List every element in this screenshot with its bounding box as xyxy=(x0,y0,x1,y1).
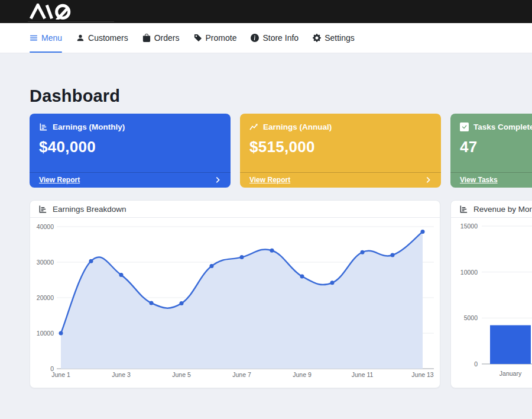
chart-point xyxy=(361,250,365,254)
chart-point xyxy=(150,301,154,305)
stat-card-title: Earnings (Monthly) xyxy=(53,123,125,131)
svg-text:40000: 40000 xyxy=(37,223,54,230)
view-report-link[interactable]: View Report xyxy=(249,176,290,184)
view-report-footer[interactable]: View Report xyxy=(30,172,231,188)
top-black-bar xyxy=(0,0,532,23)
chevron-right-icon xyxy=(214,176,221,183)
stat-card-title: Earnings (Annual) xyxy=(263,123,332,131)
logo-letter-i xyxy=(47,5,51,19)
chart-point xyxy=(330,281,335,285)
nav-item-label: Promote xyxy=(206,33,237,43)
svg-text:June 1: June 1 xyxy=(51,371,70,378)
nav-item-label: Orders xyxy=(154,33,180,43)
svg-text:10000: 10000 xyxy=(37,330,54,337)
check-square-icon xyxy=(460,123,469,131)
bar-chart-icon xyxy=(39,123,48,131)
svg-text:June 5: June 5 xyxy=(172,371,191,378)
view-tasks-link[interactable]: View Tasks xyxy=(460,176,498,184)
tasks-completed-card: Tasks Completed 47 View Tasks xyxy=(450,114,532,188)
svg-text:15000: 15000 xyxy=(460,223,478,230)
chart-point xyxy=(59,331,63,336)
view-tasks-footer[interactable]: View Tasks xyxy=(450,172,532,188)
bar-january xyxy=(490,325,531,364)
chart-point xyxy=(421,230,425,234)
svg-text:June 9: June 9 xyxy=(293,371,312,378)
chart-point xyxy=(210,264,214,268)
stat-cards-row: Earnings (Monthly) $40,000 View Report E… xyxy=(30,114,532,188)
view-report-footer[interactable]: View Report xyxy=(240,172,441,188)
stat-card-body: Tasks Completed 47 xyxy=(450,114,532,172)
line-chart-icon xyxy=(249,123,258,131)
nav-item-customers[interactable]: Customers xyxy=(76,23,128,53)
chart-point xyxy=(300,275,304,279)
chart-point xyxy=(391,253,395,257)
chart-title: Revenue by Month xyxy=(473,205,532,214)
main-navbar: Menu Customers Orders Promote Store Info… xyxy=(0,23,532,53)
svg-text:June 3: June 3 xyxy=(112,371,131,378)
chart-card-header: Earnings Breakdown xyxy=(30,201,440,218)
bar-chart-icon xyxy=(459,205,468,214)
hamburger-icon xyxy=(30,34,38,42)
chart-point xyxy=(270,249,274,253)
bar-chart-icon xyxy=(38,205,47,214)
nav-item-label: Settings xyxy=(325,33,355,43)
nav-item-label: Customers xyxy=(88,33,128,43)
person-icon xyxy=(76,34,85,42)
revenue-by-month-card: Revenue by Month 050001000015000January xyxy=(450,200,532,388)
chart-point xyxy=(240,255,244,259)
chart-point xyxy=(180,301,184,305)
stat-card-body: Earnings (Annual) $515,000 xyxy=(240,114,441,172)
nav-item-orders[interactable]: Orders xyxy=(142,23,180,53)
chart-point xyxy=(119,273,124,277)
nav-item-label: Menu xyxy=(41,33,62,43)
bag-icon xyxy=(142,34,151,42)
dashboard-content: Dashboard Earnings (Monthly) $40,000 Vie… xyxy=(0,86,532,388)
svg-text:10000: 10000 xyxy=(460,269,478,276)
page-title: Dashboard xyxy=(30,86,532,106)
svg-text:0: 0 xyxy=(474,360,478,368)
svg-text:30000: 30000 xyxy=(37,259,54,266)
svg-text:5000: 5000 xyxy=(464,314,478,321)
chart-point xyxy=(89,259,93,263)
earnings-annual-card: Earnings (Annual) $515,000 View Report xyxy=(240,114,441,188)
svg-text:20000: 20000 xyxy=(37,294,54,301)
nav-item-label: Store Info xyxy=(262,33,299,43)
chart-card-header: Revenue by Month xyxy=(451,201,532,218)
chevron-right-icon xyxy=(424,176,432,183)
stat-card-value: $515,000 xyxy=(249,138,432,156)
nav-item-store-info[interactable]: Store Info xyxy=(251,23,299,53)
nav-item-menu[interactable]: Menu xyxy=(30,23,62,53)
earnings-breakdown-card: Earnings Breakdown 010000200003000040000… xyxy=(30,200,440,388)
earnings-monthly-card: Earnings (Monthly) $40,000 View Report xyxy=(30,114,231,188)
logo-letter-a xyxy=(31,5,45,19)
aiq-logo xyxy=(28,4,79,20)
earnings-breakdown-line-chart: 010000200003000040000June 1June 3June 5J… xyxy=(30,218,440,388)
svg-text:June 11: June 11 xyxy=(352,371,374,378)
tag-icon xyxy=(194,34,202,42)
stat-card-value: 47 xyxy=(460,138,532,156)
charts-row: Earnings Breakdown 010000200003000040000… xyxy=(30,200,532,388)
stat-card-body: Earnings (Monthly) $40,000 xyxy=(30,114,231,172)
stat-card-title: Tasks Completed xyxy=(473,123,532,131)
svg-text:January: January xyxy=(499,370,522,377)
logo-underline xyxy=(28,21,114,22)
chart-title: Earnings Breakdown xyxy=(53,205,126,214)
nav-item-settings[interactable]: Settings xyxy=(313,23,355,53)
nav-item-promote[interactable]: Promote xyxy=(194,23,237,53)
revenue-by-month-bar-chart: 050001000015000January xyxy=(451,218,532,388)
info-icon xyxy=(251,34,259,42)
view-report-link[interactable]: View Report xyxy=(39,176,80,184)
stat-card-value: $40,000 xyxy=(39,138,221,156)
svg-text:June 13: June 13 xyxy=(411,371,434,378)
svg-text:June 7: June 7 xyxy=(232,371,251,378)
gear-icon xyxy=(313,34,321,42)
